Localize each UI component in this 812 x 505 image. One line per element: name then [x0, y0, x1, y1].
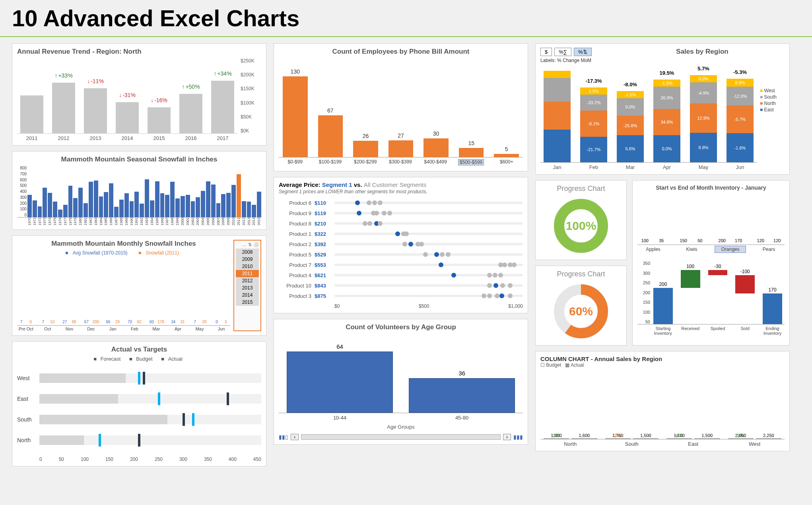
bar	[201, 191, 205, 217]
stacked-bar	[544, 71, 571, 162]
bin-label[interactable]: $0-$99	[283, 159, 307, 165]
chart-annual-revenue: Annual Revenue Trend - Region: North ↑+3…	[12, 43, 266, 146]
bar	[58, 210, 62, 217]
bin-label[interactable]: $100-$199	[318, 159, 342, 165]
slicer-sort-icon[interactable]: ⇅	[248, 242, 252, 247]
bar	[94, 181, 98, 217]
slicer-year[interactable]: 2009	[236, 256, 259, 263]
slicer-year[interactable]: 2011	[236, 270, 259, 277]
chart-title: Annual Revenue Trend - Region: North	[17, 48, 261, 56]
bin-label[interactable]: $600+	[494, 159, 519, 165]
bar	[114, 207, 118, 217]
bar	[155, 181, 159, 217]
slicer-clear-icon[interactable]: ⚪	[253, 242, 259, 247]
slider-next[interactable]: ›	[503, 434, 511, 440]
chart-phone-bill: Count of Employees by Phone Bill Amount …	[274, 43, 528, 171]
bar	[206, 181, 210, 217]
toggle-pct-mom[interactable]: %⇅	[574, 48, 592, 56]
bar	[257, 192, 261, 218]
bin-label[interactable]: $200-$299	[353, 159, 378, 165]
bar	[53, 202, 57, 217]
toggle-dollar[interactable]: $	[540, 48, 552, 56]
bar	[38, 206, 42, 217]
chart-monthly-snowfall: Mammoth Mountain Monthly Snowfall Inches…	[12, 235, 266, 336]
bin-label[interactable]: $300-$399	[388, 159, 413, 165]
bar	[119, 200, 124, 217]
slider-control[interactable]: ▮▮▯ ‹ › ▮▮▮	[279, 434, 523, 440]
chart-avg-price: Average Price: Segment 1 vs. All Custome…	[274, 177, 528, 313]
bar	[68, 186, 73, 217]
bar	[78, 188, 83, 217]
bar	[33, 200, 37, 217]
bar	[237, 174, 241, 217]
toggle-pct-total[interactable]: %∑	[554, 48, 571, 56]
bar	[221, 194, 225, 217]
stacked-bar: -8.0% 5.6% -25.8% 9.0% -1.5%	[617, 91, 644, 162]
category-tab[interactable]: Kiwis	[676, 246, 707, 253]
category-tab[interactable]: Pears	[753, 246, 785, 253]
bar	[124, 193, 129, 217]
bar: 67	[318, 115, 343, 157]
slicer-menu-icon[interactable]: …	[242, 242, 247, 247]
bar	[181, 196, 185, 217]
progress-label: 60%	[569, 305, 593, 318]
chart-subtitle: Segment 1 prices are LOWER than other se…	[279, 189, 523, 194]
bar: 15	[459, 148, 484, 157]
bar: ↓-11%	[84, 88, 107, 133]
bar	[150, 200, 154, 217]
chart-sales-region: $ %∑ %⇅ Labels: % Change MoM Sales by Re…	[535, 43, 790, 175]
bar	[134, 192, 139, 218]
progress-label: 100%	[566, 219, 596, 233]
page-title: 10 Advanced Excel Charts	[0, 0, 812, 37]
bin-label[interactable]: $400-$499	[423, 159, 448, 165]
bar	[226, 193, 231, 217]
slicer-year[interactable]: 2012	[236, 277, 259, 284]
bar	[247, 202, 251, 217]
bar: 30	[423, 138, 449, 157]
bar	[84, 203, 88, 217]
chart-volunteers: Count of Volunteers by Age Group 6436 10…	[274, 319, 528, 445]
bar	[48, 193, 52, 217]
bar	[140, 204, 144, 217]
bar	[211, 185, 216, 217]
bar	[73, 198, 78, 217]
chart-title: Mammoth Mountain Seasonal Snowfall in In…	[17, 155, 261, 163]
bar	[109, 183, 113, 217]
bar	[170, 182, 175, 217]
slicer-year[interactable]: 2015	[236, 299, 259, 306]
bar	[99, 196, 103, 217]
bar	[216, 203, 221, 217]
chart-title: Start vs End of Month Inventory - Januar…	[637, 185, 785, 191]
stacked-bar: 19.5% 0.0% 34.8% 26.9% -1.5%	[653, 80, 680, 162]
bar: 27	[389, 140, 414, 157]
stacked-bar: -17.3% -21.7% -6.1% -33.2% 1.5%	[580, 87, 607, 162]
bar	[20, 95, 43, 133]
year-slicer[interactable]: … ⇅ ⚪ 20082009201020112012201320142015	[233, 240, 261, 331]
bar	[63, 205, 68, 217]
bar: 130	[283, 76, 308, 157]
bar	[130, 201, 134, 217]
chart-title: Count of Volunteers by Age Group	[279, 323, 523, 331]
chart-title: Mammoth Mountain Monthly Snowfall Inches	[17, 240, 230, 248]
bar	[27, 195, 32, 217]
x-axis-label: Age Groups	[279, 424, 523, 430]
slicer-year[interactable]: 2014	[236, 291, 259, 299]
chart-annual-sales: COLUMN CHART - Annual Sales by Region ☐ …	[535, 351, 790, 451]
slicer-year[interactable]: 2013	[236, 284, 259, 291]
chart-title: Progress Chart	[540, 270, 622, 278]
legend: ■ Avg Snowfall (1970-2015) ■ Snowfall (2…	[17, 250, 230, 256]
category-tab[interactable]: Oranges	[715, 246, 746, 253]
bin-label[interactable]: $500-$599	[458, 159, 484, 165]
slicer-year[interactable]: 2008	[236, 249, 259, 256]
chart-title: Sales by Region	[620, 48, 785, 61]
bar: ↓-31%	[116, 102, 139, 133]
slider-prev[interactable]: ‹	[291, 434, 299, 440]
category-tab[interactable]: Apples	[637, 246, 669, 253]
label-mode: Labels: % Change MoM	[540, 58, 620, 63]
bar: 26	[353, 141, 378, 157]
chart-title: COLUMN CHART - Annual Sales by Region	[540, 355, 785, 362]
bar	[242, 201, 246, 217]
slicer-year[interactable]: 2010	[236, 263, 259, 270]
chart-title: Actual vs Targets	[17, 346, 261, 354]
bar: ↑+34%	[211, 81, 234, 133]
